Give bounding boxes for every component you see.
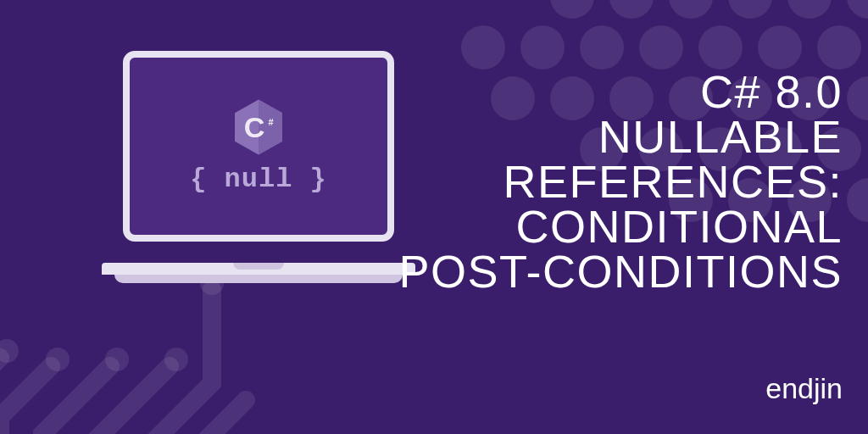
svg-point-0: [46, 348, 70, 371]
title-line-3: REFERENCES:: [398, 159, 843, 204]
null-code-text: { null }: [190, 164, 327, 195]
title-line-5: POST-CONDITIONS: [398, 249, 843, 294]
title-line-2: NULLABLE: [398, 114, 843, 159]
csharp-hexagon-logo: C #: [232, 97, 285, 157]
svg-point-1: [105, 348, 129, 371]
title-line-4: CONDITIONAL: [398, 204, 843, 249]
logo-hash: #: [269, 117, 274, 127]
laptop-base: [102, 263, 415, 280]
svg-point-2: [164, 348, 188, 371]
laptop-illustration: C # { null }: [102, 51, 415, 280]
svg-point-4: [0, 339, 19, 363]
title-line-1: C# 8.0: [398, 70, 843, 114]
brand-logo-text: endjin: [765, 372, 843, 405]
laptop-screen: C # { null }: [123, 51, 394, 242]
page-title: C# 8.0 NULLABLE REFERENCES: CONDITIONAL …: [398, 70, 843, 294]
logo-letter: C: [244, 111, 265, 143]
